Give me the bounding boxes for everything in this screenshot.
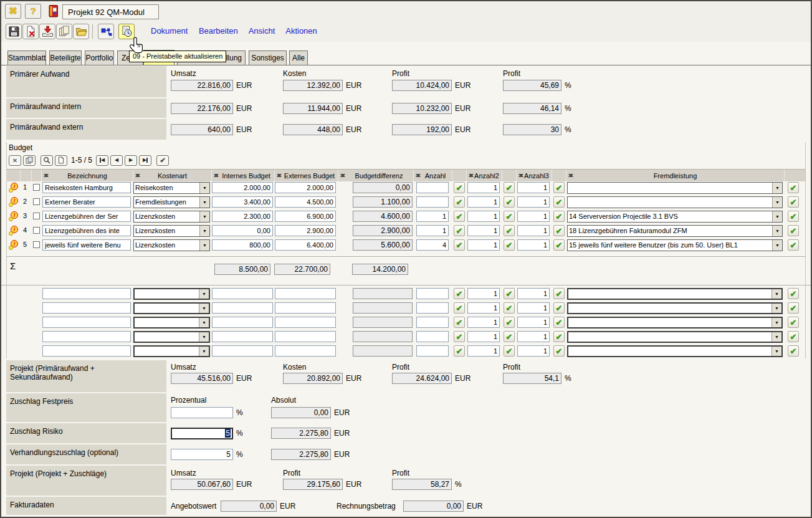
workflow-button[interactable] — [98, 24, 114, 39]
apply-check-button[interactable]: ✔ — [504, 225, 515, 236]
internes-budget-input[interactable] — [212, 196, 273, 208]
apply-check-button[interactable]: ✔ — [788, 182, 799, 193]
anzahl3-input[interactable] — [517, 345, 550, 357]
apply-check-button[interactable]: ✔ — [504, 317, 515, 328]
row-checkbox[interactable] — [33, 241, 40, 248]
open-folder-button[interactable] — [73, 24, 89, 39]
kostenart-select[interactable]: ▼ — [133, 345, 210, 357]
anzahl-input[interactable] — [416, 182, 449, 193]
anzahl2-input[interactable] — [467, 302, 500, 314]
apply-check-button[interactable]: ✔ — [788, 317, 799, 328]
apply-check-button[interactable]: ✔ — [788, 331, 799, 342]
anzahl2-input[interactable] — [467, 288, 500, 299]
header-externes-budget[interactable]: Externes Budget — [274, 170, 338, 181]
externes-budget-input[interactable] — [275, 211, 336, 222]
fremdleistung-select[interactable]: ▼ — [567, 302, 783, 314]
bezeichnung-input[interactable] — [42, 196, 131, 208]
apply-check-button[interactable]: ✔ — [454, 182, 465, 193]
prev-page-button[interactable]: ◀ — [110, 155, 123, 166]
apply-check-button[interactable]: ✔ — [504, 211, 515, 222]
copy-button[interactable] — [56, 24, 72, 39]
externes-budget-input[interactable] — [275, 239, 336, 251]
anzahl-input[interactable] — [416, 196, 449, 208]
internes-budget-input[interactable] — [212, 239, 273, 251]
internes-budget-input[interactable] — [212, 182, 273, 193]
externes-budget-input[interactable] — [275, 317, 336, 328]
apply-check-button[interactable]: ✔ — [788, 302, 799, 314]
header-bezeichnung[interactable]: Bezeichnung — [41, 170, 133, 181]
sort-icon[interactable] — [518, 171, 524, 180]
kostenart-select[interactable]: ▼ — [133, 317, 210, 329]
apply-check-button[interactable]: ✔ — [788, 225, 799, 236]
anzahl2-input[interactable] — [467, 317, 500, 328]
new-entry-button[interactable] — [55, 155, 67, 166]
sort-icon[interactable] — [277, 171, 282, 180]
row-checkbox[interactable] — [33, 213, 40, 219]
anzahl3-input[interactable] — [517, 302, 550, 314]
anzahl2-input[interactable] — [467, 331, 500, 342]
row-checkbox[interactable] — [33, 184, 40, 191]
fremdleistung-select[interactable]: ▼ — [567, 317, 783, 329]
apply-check-button[interactable]: ✔ — [454, 225, 465, 236]
apply-check-button[interactable]: ✔ — [553, 302, 565, 314]
kostenart-select[interactable]: Reisekosten▼ — [133, 182, 210, 194]
kostenart-select[interactable]: ▼ — [133, 302, 210, 314]
row-checkbox[interactable] — [33, 227, 40, 234]
anzahl2-input[interactable] — [467, 239, 500, 251]
bezeichnung-input[interactable] — [42, 302, 131, 314]
search-button[interactable] — [41, 155, 53, 166]
apply-check-button[interactable]: ✔ — [454, 317, 465, 328]
bezeichnung-input[interactable] — [42, 211, 131, 222]
tab-stammblatt[interactable]: Stammblatt — [7, 50, 46, 65]
kostenart-select[interactable]: Lizenzkosten▼ — [133, 225, 210, 237]
sort-icon[interactable] — [214, 171, 219, 180]
tab-sonstiges[interactable]: Sonstiges — [249, 50, 287, 65]
anzahl2-input[interactable] — [467, 345, 500, 357]
anzahl-input[interactable] — [416, 239, 449, 251]
internes-budget-input[interactable] — [212, 317, 273, 328]
kostenart-select[interactable]: ▼ — [133, 331, 210, 343]
apply-check-button[interactable]: ✔ — [504, 196, 515, 208]
menu-bearbeiten[interactable]: Bearbeiten — [199, 26, 238, 36]
prozentual-input[interactable] — [171, 449, 233, 460]
apply-check-button[interactable]: ✔ — [553, 196, 565, 208]
first-page-button[interactable]: ◀ — [96, 155, 108, 166]
save-button[interactable] — [6, 24, 22, 39]
externes-budget-input[interactable] — [275, 302, 336, 314]
fremdleistung-select[interactable]: ▼ — [567, 331, 783, 343]
apply-check-button[interactable]: ✔ — [788, 288, 799, 299]
apply-check-button[interactable]: ✔ — [788, 345, 799, 357]
apply-check-button[interactable]: ✔ — [504, 302, 515, 314]
internes-budget-input[interactable] — [212, 331, 273, 342]
last-page-button[interactable]: ▶ — [139, 155, 151, 166]
apply-check-button[interactable]: ✔ — [454, 211, 465, 222]
externes-budget-input[interactable] — [275, 345, 336, 357]
apply-check-button[interactable]: ✔ — [553, 288, 565, 299]
prozentual-input[interactable] — [171, 407, 233, 418]
apply-check-button[interactable]: ✔ — [504, 331, 515, 342]
externes-budget-input[interactable] — [275, 196, 336, 208]
anzahl-input[interactable] — [416, 331, 449, 342]
apply-check-button[interactable]: ✔ — [454, 302, 465, 314]
next-page-button[interactable]: ▶ — [125, 155, 137, 166]
anzahl-input[interactable] — [416, 317, 449, 328]
fremdleistung-select[interactable]: ▼ — [567, 182, 783, 194]
apply-check-button[interactable]: ✔ — [454, 345, 465, 357]
anzahl3-input[interactable] — [517, 182, 550, 193]
tab-beteiligte[interactable]: Beteiligte — [49, 50, 82, 65]
anzahl3-input[interactable] — [517, 317, 550, 328]
anzahl2-input[interactable] — [467, 225, 500, 236]
externes-budget-input[interactable] — [275, 331, 336, 342]
bezeichnung-input[interactable] — [42, 239, 131, 251]
apply-check-button[interactable]: ✔ — [788, 196, 799, 208]
fremdleistung-select[interactable]: 18 Lizenzgebühren Fakturamodul ZFM▼ — [567, 225, 783, 237]
anzahl3-input[interactable] — [517, 196, 550, 208]
internes-budget-input[interactable] — [212, 288, 273, 299]
apply-check-button[interactable]: ✔ — [788, 211, 799, 222]
apply-check-button[interactable]: ✔ — [504, 345, 515, 357]
anzahl3-input[interactable] — [517, 239, 550, 251]
fremdleistung-select[interactable]: 15 jeweils fünf weitere Benutzer (bis zu… — [567, 239, 783, 251]
sort-icon[interactable] — [135, 171, 141, 180]
tab-portfolio[interactable]: Portfolio — [85, 50, 114, 65]
anzahl2-input[interactable] — [467, 182, 500, 193]
